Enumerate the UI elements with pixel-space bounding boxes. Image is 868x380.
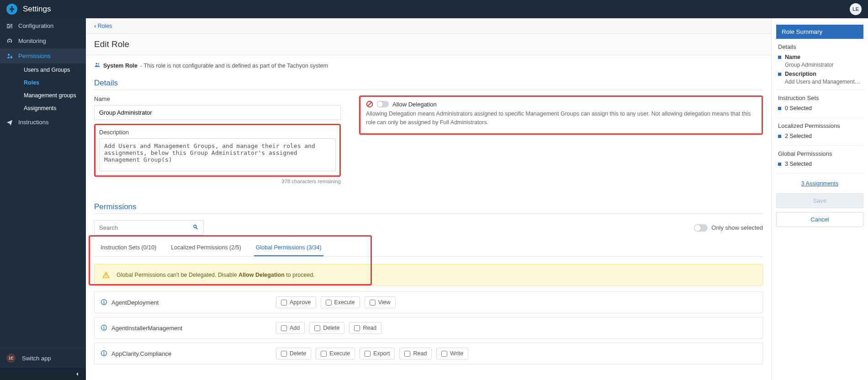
permission-checkbox[interactable]	[281, 300, 287, 306]
tab-instruction-sets[interactable]: Instruction Sets (0/10)	[99, 240, 158, 256]
permission-action-label: Delete	[323, 325, 339, 331]
summary-name-key: Name	[785, 54, 800, 60]
name-input[interactable]	[94, 105, 341, 120]
delegation-highlight-box: Allow Delegation Allowing Delegation mea…	[359, 95, 763, 135]
only-show-selected-toggle[interactable]	[694, 224, 708, 232]
users-icon	[94, 62, 101, 69]
subnav-users-groups[interactable]: Users and Groups	[0, 63, 86, 76]
breadcrumb-back-link[interactable]: Roles	[94, 23, 112, 29]
permission-action-execute[interactable]: Execute	[321, 296, 360, 308]
summary-name-value: Group Administrator	[785, 62, 862, 68]
chevron-left-icon	[75, 372, 79, 376]
permissions-heading: Permissions	[94, 198, 763, 214]
permission-checkbox[interactable]	[326, 300, 332, 306]
sidebar: Configuration Monitoring Permissions Use…	[0, 18, 86, 380]
permission-action-delete[interactable]: Delete	[276, 348, 311, 359]
info-icon[interactable]: ⓘ	[101, 324, 107, 332]
switch-app-icon: 1E	[6, 354, 16, 363]
page-title: Edit Role	[86, 34, 771, 55]
nav-configuration[interactable]: Configuration	[0, 18, 86, 33]
permission-row: ⓘAppClarity.ComplianceDeleteExecuteExpor…	[94, 343, 763, 364]
permission-action-delete[interactable]: Delete	[309, 322, 344, 334]
permission-action-read[interactable]: Read	[399, 348, 432, 359]
summary-instr-title: Instruction Sets	[778, 95, 862, 101]
info-icon[interactable]: ⓘ	[101, 298, 107, 306]
summary-local-value: 2 Selected	[785, 133, 812, 139]
delegation-description: Allowing Delegation means Administrators…	[366, 110, 756, 127]
subnav-roles[interactable]: Roles	[0, 76, 86, 89]
permission-action-label: Write	[450, 350, 463, 357]
warning-text: Global Permissions can't be Delegated. D…	[116, 272, 315, 278]
subnav-assignments[interactable]: Assignments	[0, 102, 86, 115]
permission-checkbox[interactable]	[321, 351, 327, 357]
system-role-notice: System Role - This role is not configura…	[94, 55, 763, 74]
nav-monitoring[interactable]: Monitoring	[0, 33, 86, 48]
permission-name: AgentInstallerManagement	[111, 325, 271, 332]
permissions-tabs: Instruction Sets (0/10) Localized Permis…	[94, 240, 763, 257]
chars-remaining: 378 characters remaining	[94, 179, 341, 184]
system-role-label: System Role	[103, 63, 138, 69]
permission-checkbox[interactable]	[370, 300, 376, 306]
nav-label: Permissions	[18, 53, 51, 59]
permission-name: AppClarity.Compliance	[111, 350, 271, 357]
svg-line-1	[368, 102, 371, 106]
permission-action-write[interactable]: Write	[436, 348, 468, 359]
sliders-icon	[6, 23, 13, 29]
permission-checkbox[interactable]	[365, 351, 370, 357]
permission-action-view[interactable]: View	[365, 296, 396, 308]
user-avatar[interactable]: LE	[850, 3, 862, 15]
assignments-link[interactable]: 3 Assignments	[801, 180, 838, 187]
info-icon[interactable]: ⓘ	[101, 349, 107, 358]
allow-delegation-toggle[interactable]	[377, 101, 389, 107]
permission-row: ⓘAgentInstallerManagementAddDeleteRead	[94, 317, 763, 339]
breadcrumb: Roles	[86, 18, 771, 34]
search-icon[interactable]	[188, 221, 203, 234]
permission-checkbox[interactable]	[404, 351, 410, 357]
save-button[interactable]: Save	[776, 193, 863, 208]
summary-global-title: Global Permisssions	[778, 150, 862, 157]
cancel-button[interactable]: Cancel	[776, 212, 863, 227]
permission-checkbox[interactable]	[441, 351, 447, 357]
paper-plane-icon	[6, 119, 13, 126]
main-content: Roles Edit Role System Role - This role …	[86, 18, 771, 380]
permission-action-export[interactable]: Export	[360, 348, 395, 359]
permission-action-read[interactable]: Read	[349, 322, 381, 334]
summary-local-title: Localized Permisssions	[778, 122, 862, 129]
description-label: Description	[99, 129, 336, 136]
summary-instr-value: 0 Selected	[785, 105, 812, 111]
summary-desc-value: Add Users and Management Gro...	[785, 79, 862, 85]
permission-checkbox[interactable]	[281, 351, 287, 357]
permission-checkbox[interactable]	[314, 325, 320, 331]
warning-icon	[102, 271, 110, 279]
only-show-selected-label: Only show selected	[711, 224, 763, 231]
prohibit-icon	[366, 100, 373, 108]
permission-action-execute[interactable]: Execute	[316, 348, 355, 359]
search-input[interactable]	[95, 221, 188, 235]
permission-action-label: Approve	[290, 299, 311, 306]
name-label: Name	[94, 95, 341, 102]
summary-desc-key: Description	[785, 71, 816, 77]
collapse-sidebar-button[interactable]	[0, 368, 86, 380]
nav-permissions[interactable]: Permissions	[0, 48, 86, 63]
summary-details-title: Details	[778, 43, 862, 50]
permission-action-add[interactable]: Add	[276, 322, 305, 334]
role-summary-panel: Role Summary Details Name Group Administ…	[771, 18, 868, 380]
description-textarea[interactable]	[99, 138, 336, 171]
permission-checkbox[interactable]	[354, 325, 360, 331]
permission-name: AgentDeployment	[111, 299, 271, 306]
system-role-desc: - This role is not configurable and is d…	[140, 63, 328, 69]
switch-app-button[interactable]: 1E Switch app	[0, 348, 86, 368]
permission-action-label: Execute	[334, 299, 355, 306]
permission-action-approve[interactable]: Approve	[276, 296, 316, 308]
permission-action-label: Read	[413, 350, 427, 357]
permissions-search[interactable]	[94, 220, 204, 235]
user-lock-icon	[6, 53, 13, 59]
description-highlight-box: Description	[94, 124, 341, 177]
tab-global-permissions[interactable]: Global Permissions (3/34)	[254, 240, 323, 256]
switch-app-label: Switch app	[22, 355, 51, 362]
subnav-management-groups[interactable]: Management groups	[0, 89, 86, 102]
nav-instructions[interactable]: Instructions	[0, 115, 86, 130]
tab-localized-permissions[interactable]: Localized Permissions (2/5)	[169, 240, 243, 256]
details-heading: Details	[94, 74, 763, 90]
permission-checkbox[interactable]	[281, 325, 287, 331]
